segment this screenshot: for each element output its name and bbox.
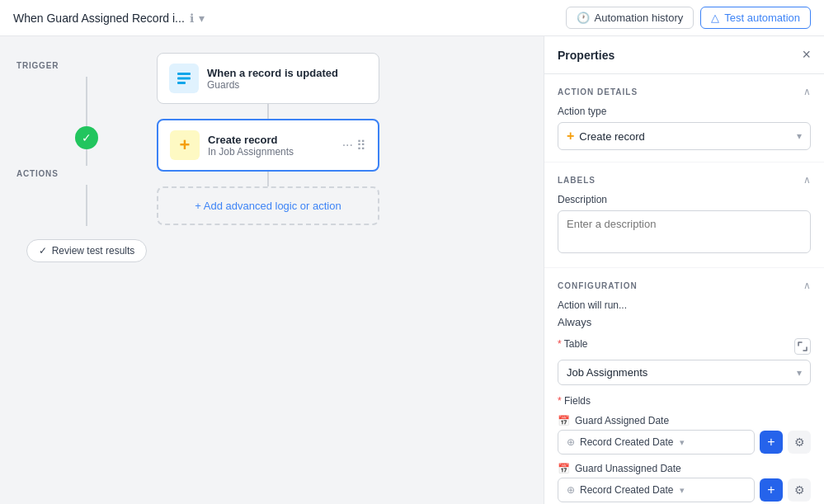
calendar-icon-1: 📅	[558, 415, 570, 426]
history-icon: 🕐	[577, 12, 590, 24]
panel-title: Properties	[558, 49, 614, 62]
configuration-label: CONFIGURATION	[558, 281, 638, 290]
fields-label: Fields	[558, 395, 811, 407]
select-chevron-icon: ▾	[797, 130, 802, 142]
guard-assigned-date-group: 📅 Guard Assigned Date ⊕ Record Created D…	[558, 415, 811, 455]
guard-unassigned-date-value-row: ⊕ Record Created Date ▾ + ⚙	[558, 478, 811, 502]
labels-section: LABELS ∧ Description	[544, 163, 824, 268]
action-node-title: Create record	[208, 134, 334, 146]
topbar: When Guard Assigned Record i... ℹ ▾ 🕐 Au…	[0, 0, 824, 36]
action-node-controls: ··· ⠿	[342, 138, 366, 153]
add-field-button-2[interactable]: +	[760, 478, 783, 502]
action-type-select[interactable]: + Create record ▾	[558, 122, 811, 150]
value-chevron-1: ▾	[680, 437, 685, 448]
page-title: When Guard Assigned Record i...	[13, 12, 185, 25]
configuration-chevron[interactable]: ∧	[803, 280, 811, 291]
fields-block: Fields 📅 Guard Assigned Date ⊕ Record Cr…	[558, 395, 811, 504]
svg-rect-1	[177, 78, 191, 80]
connector-line-2	[86, 149, 87, 166]
add-field-button-1[interactable]: +	[760, 431, 783, 454]
svg-rect-0	[177, 73, 191, 75]
main-layout: TRIGGER ✓ ACTIONS ✓ Review test results	[0, 36, 824, 504]
labels-label: LABELS	[558, 176, 596, 185]
guard-assigned-date-label: 📅 Guard Assigned Date	[558, 415, 811, 426]
action-type-label: Action type	[558, 106, 811, 117]
calendar-icon-2: 📅	[558, 463, 570, 474]
labels-header: LABELS ∧	[558, 174, 811, 186]
table-block: Table Job Assignments ▾	[558, 338, 811, 385]
topbar-left: When Guard Assigned Record i... ℹ ▾	[13, 12, 205, 25]
close-button[interactable]: ×	[802, 46, 811, 64]
action-type-value: Create record	[579, 130, 644, 143]
table-expand-button[interactable]	[794, 338, 811, 355]
nodes-column: When a record is updated Guards + Create…	[157, 53, 379, 262]
configuration-header: CONFIGURATION ∧	[558, 280, 811, 291]
trigger-check-circle: ✓	[75, 126, 98, 149]
formula-icon-2: ⊕	[567, 484, 575, 496]
connector-line-3	[86, 185, 87, 226]
action-details-label: ACTION DETAILS	[558, 87, 638, 97]
automation-history-button[interactable]: 🕐 Automation history	[566, 7, 695, 29]
create-record-icon: +	[567, 129, 574, 144]
action-node[interactable]: + Create record In Job Assignments ··· ⠿	[157, 119, 379, 172]
properties-panel: Properties × ACTION DETAILS ∧ Action typ…	[544, 36, 824, 504]
plus-icon: +	[180, 136, 191, 154]
action-node-text: Create record In Job Assignments	[208, 134, 334, 158]
value-chevron-2: ▾	[680, 485, 685, 496]
node-connector	[267, 104, 269, 119]
panel-header: Properties ×	[544, 36, 824, 74]
table-label: Table	[558, 338, 587, 350]
table-value: Job Assignments	[567, 366, 647, 379]
connector-line-1	[86, 77, 87, 126]
review-test-results-button[interactable]: ✓ Review test results	[26, 239, 148, 262]
expand-icon	[798, 341, 808, 351]
info-icon[interactable]: ℹ	[190, 12, 194, 25]
add-action-box[interactable]: + Add advanced logic or action	[157, 186, 379, 225]
guard-unassigned-date-label: 📅 Guard Unassigned Date	[558, 463, 811, 474]
guard-assigned-date-value-row: ⊕ Record Created Date ▾ + ⚙	[558, 430, 811, 455]
table-chevron-icon: ▾	[797, 367, 802, 379]
action-node-subtitle: In Job Assignments	[208, 146, 334, 158]
action-will-run-block: Action will run... Always	[558, 299, 811, 328]
flow-container: TRIGGER ✓ ACTIONS ✓ Review test results	[0, 36, 544, 262]
trigger-node[interactable]: When a record is updated Guards	[157, 53, 379, 104]
add-action-label: + Add advanced logic or action	[195, 200, 341, 212]
trigger-node-icon	[169, 64, 199, 93]
action-type-value-container: + Create record	[567, 129, 645, 144]
configuration-section: CONFIGURATION ∧ Action will run... Alway…	[544, 268, 824, 504]
test-icon: △	[711, 12, 719, 24]
svg-rect-2	[177, 82, 186, 84]
table-select[interactable]: Job Assignments ▾	[558, 360, 811, 385]
flow-labels: TRIGGER ✓ ACTIONS ✓ Review test results	[16, 53, 157, 262]
action-details-section: ACTION DETAILS ∧ Action type + Create re…	[544, 74, 824, 163]
description-textarea[interactable]	[558, 210, 811, 253]
check-icon: ✓	[39, 245, 47, 257]
description-label: Description	[558, 194, 811, 205]
action-node-icon: +	[170, 130, 200, 160]
guard-assigned-date-select[interactable]: ⊕ Record Created Date ▾	[558, 430, 755, 455]
action-drag-handle[interactable]: ⠿	[356, 138, 366, 153]
table-label-row: Table	[558, 338, 811, 355]
action-dots-button[interactable]: ···	[342, 138, 353, 153]
guard-unassigned-date-select[interactable]: ⊕ Record Created Date ▾	[558, 478, 755, 502]
settings-button-1[interactable]: ⚙	[788, 431, 811, 454]
settings-button-2[interactable]: ⚙	[788, 478, 811, 502]
actions-label: ACTIONS	[16, 169, 59, 178]
trigger-node-text: When a record is updated Guards	[207, 67, 367, 91]
action-details-header: ACTION DETAILS ∧	[558, 86, 811, 97]
record-update-icon	[176, 70, 192, 87]
record-created-date-2: Record Created Date	[580, 484, 673, 496]
always-value: Always	[558, 316, 811, 328]
guard-unassigned-date-group: 📅 Guard Unassigned Date ⊕ Record Created…	[558, 463, 811, 502]
chevron-down-icon[interactable]: ▾	[199, 12, 205, 25]
formula-icon-1: ⊕	[567, 436, 575, 448]
test-automation-button[interactable]: △ Test automation	[700, 7, 811, 29]
action-details-chevron[interactable]: ∧	[803, 86, 811, 97]
record-created-date-1: Record Created Date	[580, 436, 673, 448]
trigger-node-subtitle: Guards	[207, 79, 367, 91]
action-will-run-label: Action will run...	[558, 299, 811, 311]
topbar-actions: 🕐 Automation history △ Test automation	[566, 7, 811, 29]
trigger-node-title: When a record is updated	[207, 67, 367, 79]
node-connector-2	[267, 172, 269, 186]
labels-chevron[interactable]: ∧	[803, 174, 811, 186]
